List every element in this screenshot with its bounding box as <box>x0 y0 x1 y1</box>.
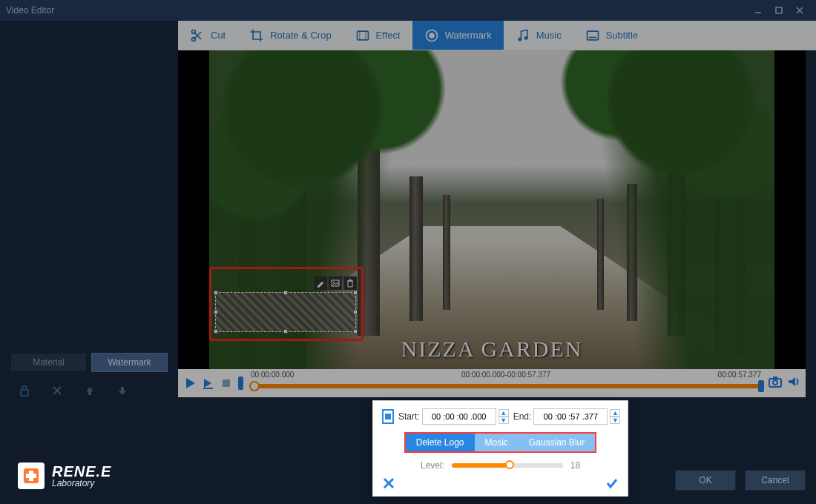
tab-label: Effect <box>376 30 401 41</box>
svg-rect-17 <box>238 377 243 390</box>
level-value: 18 <box>570 460 580 471</box>
svg-rect-29 <box>26 474 36 478</box>
music-icon <box>516 28 530 43</box>
svg-rect-16 <box>223 379 230 387</box>
tab-cut[interactable]: Cut <box>178 21 237 50</box>
svg-point-8 <box>429 33 434 38</box>
video-preview[interactable]: NIZZA GARDEN <box>209 50 774 369</box>
timeline-end-label: 00:00:57.377 <box>718 371 761 379</box>
ok-button[interactable]: OK <box>675 470 736 491</box>
move-up-icon[interactable] <box>82 382 98 399</box>
timeline-start-label: 00:00:00.000 <box>251 371 294 379</box>
svg-rect-11 <box>587 31 598 40</box>
tab-watermark[interactable]: Watermark <box>412 21 504 50</box>
crop-icon <box>249 28 264 43</box>
watermark-tab[interactable]: Watermark <box>91 353 168 372</box>
popup-cancel-button[interactable] <box>382 477 395 490</box>
start-label: Start: <box>398 411 420 422</box>
tab-effect[interactable]: Effect <box>343 21 412 50</box>
tab-label: Subtitle <box>606 30 638 41</box>
svg-point-10 <box>524 36 527 39</box>
delete-watermark-button[interactable] <box>343 276 357 290</box>
watermark-settings-popup: Start: ▲▼ End: ▲▼ Delete Logo Mosic Gaus… <box>372 400 628 497</box>
end-time-spinner[interactable]: ▲▼ <box>610 409 620 424</box>
svg-point-9 <box>518 37 521 41</box>
watermark-mode-bar: Delete Logo Mosic Gaussian Blur <box>404 432 596 453</box>
titlebar: Video Editor <box>0 0 816 21</box>
brand-icon <box>18 462 45 489</box>
scissors-icon <box>190 28 205 43</box>
image-watermark-button[interactable] <box>329 276 342 290</box>
effect-icon <box>355 28 370 43</box>
svg-rect-20 <box>773 377 777 379</box>
mode-delete-logo[interactable]: Delete Logo <box>406 434 475 451</box>
svg-rect-1 <box>776 7 782 13</box>
tab-rotate-crop[interactable]: Rotate & Crop <box>237 21 343 50</box>
start-time-input[interactable] <box>422 408 496 425</box>
timeline-range-label: 00:00:00.000-00:00:57.377 <box>461 371 550 379</box>
left-panel-actions <box>10 378 168 403</box>
minimize-button[interactable] <box>748 3 769 18</box>
play-button[interactable] <box>182 375 199 391</box>
watermark-icon <box>424 28 439 43</box>
tab-label: Rotate & Crop <box>270 30 331 41</box>
level-slider-knob[interactable] <box>505 460 514 469</box>
tab-music[interactable]: Music <box>504 21 573 50</box>
end-label: End: <box>513 411 532 422</box>
timeline-playhead[interactable] <box>249 381 260 391</box>
move-down-icon[interactable] <box>114 382 131 399</box>
svg-point-19 <box>773 380 777 385</box>
popup-confirm-button[interactable] <box>605 477 619 490</box>
mode-gaussian-blur[interactable]: Gaussian Blur <box>519 434 595 451</box>
watermark-region[interactable] <box>215 292 356 332</box>
lock-icon[interactable] <box>16 382 33 399</box>
edit-watermark-button[interactable] <box>314 276 327 290</box>
dialog-buttons: OK Cancel <box>675 470 806 491</box>
brand-logo: RENE.E Laboratory <box>18 462 111 489</box>
timeline-track[interactable]: 00:00:00.000 00:00:00.000-00:00:57.377 0… <box>248 371 764 396</box>
start-time-spinner[interactable]: ▲▼ <box>499 409 509 424</box>
tab-label: Watermark <box>445 30 492 41</box>
subtitle-icon <box>585 28 600 43</box>
preview-area: NIZZA GARDEN <box>178 50 806 369</box>
close-button[interactable] <box>789 3 810 18</box>
svg-rect-15 <box>203 388 213 389</box>
svg-rect-6 <box>357 31 368 40</box>
brand-name: RENE.E <box>52 464 111 479</box>
range-end-handle[interactable] <box>758 380 764 392</box>
stop-button[interactable] <box>218 375 234 391</box>
end-time-input[interactable] <box>533 408 608 425</box>
tab-subtitle[interactable]: Subtitle <box>573 21 650 50</box>
tab-label: Music <box>536 30 562 41</box>
level-slider[interactable] <box>452 463 563 468</box>
material-tab[interactable]: Material <box>10 353 87 372</box>
left-panel-tabs: Material Watermark <box>10 353 168 372</box>
fit-screen-button[interactable] <box>382 409 394 424</box>
maximize-button[interactable] <box>769 3 789 18</box>
svg-rect-21 <box>21 390 28 396</box>
mode-mosaic[interactable]: Mosic <box>475 434 519 451</box>
play-range-button[interactable] <box>200 375 217 391</box>
top-toolbar: Cut Rotate & Crop Effect Watermark Music… <box>178 21 816 50</box>
level-label: Level: <box>421 460 444 471</box>
remove-icon[interactable] <box>49 382 65 399</box>
svg-rect-24 <box>385 414 391 420</box>
cancel-button[interactable]: Cancel <box>745 470 806 491</box>
app-title: Video Editor <box>6 5 54 16</box>
timeline: 00:00:00.000 00:00:00.000-00:00:57.377 0… <box>178 369 806 397</box>
range-start-handle[interactable] <box>237 374 245 392</box>
snapshot-button[interactable] <box>767 374 783 393</box>
volume-button[interactable] <box>786 374 801 392</box>
brand-subtitle: Laboratory <box>52 479 111 488</box>
tab-label: Cut <box>211 30 226 41</box>
